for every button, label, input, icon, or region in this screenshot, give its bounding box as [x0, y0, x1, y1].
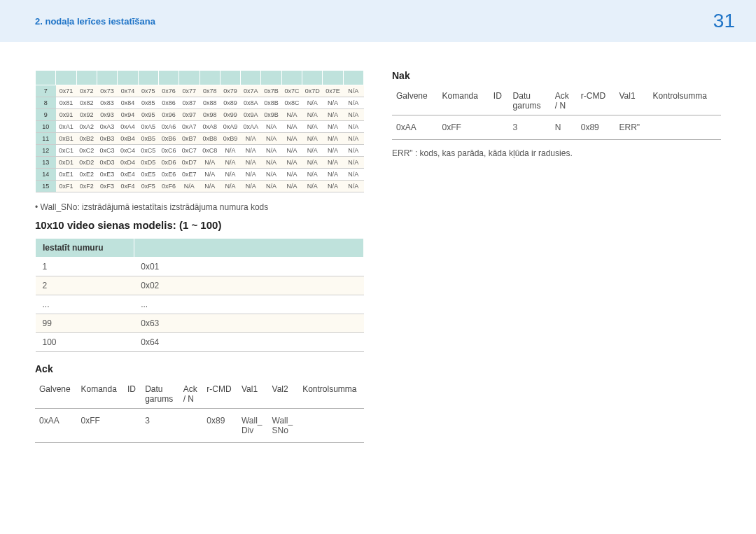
codes-cell: N/A [261, 169, 281, 181]
codes-col-header [97, 71, 117, 85]
set-code-cell: 0x64 [134, 333, 363, 352]
codes-row-index: 11 [36, 133, 56, 145]
codes-cell: N/A [343, 97, 363, 109]
hdr-cell [123, 409, 141, 443]
codes-cell: 0x8B [261, 97, 281, 109]
set-num-cell: 99 [36, 314, 134, 333]
codes-row-index: 15 [36, 181, 56, 192]
hdr-cell: 0x89 [202, 409, 237, 443]
codes-cell: 0x89 [220, 97, 240, 109]
codes-table: 70x710x720x730x740x750x760x770x780x790x7… [35, 70, 364, 192]
codes-cell: N/A [200, 157, 220, 169]
codes-cell: 0xD4 [118, 157, 138, 169]
hdr-cell: 0x89 [577, 115, 615, 140]
codes-cell: N/A [302, 145, 323, 157]
codes-cell: 0xA7 [179, 121, 200, 133]
hdr-col-header: Galvene [35, 380, 76, 409]
hdr-cell: 0xAA [35, 409, 76, 443]
codes-cell: 0x9B [261, 109, 281, 121]
codes-cell: 0xF3 [97, 181, 117, 192]
codes-cell: N/A [281, 121, 302, 133]
codes-cell: 0xE1 [56, 169, 76, 181]
codes-cell: N/A [281, 145, 302, 157]
hdr-col-header: Datugarums [509, 87, 551, 115]
codes-cell: 0xF6 [158, 181, 178, 192]
codes-cell: N/A [241, 145, 261, 157]
codes-cell: N/A [220, 145, 240, 157]
codes-cell: 0x81 [56, 97, 76, 109]
codes-row-index: 7 [36, 85, 56, 97]
hdr-cell: ERR" [615, 115, 648, 140]
set-num-cell: 2 [36, 276, 134, 295]
page-header: 2. nodaļa Ierīces iestatīšana 31 [0, 0, 756, 42]
codes-row-index: 12 [36, 145, 56, 157]
codes-cell: 0x7B [261, 85, 281, 97]
hdr-col-header: Galvene [392, 87, 438, 115]
set-code-cell: 0x01 [134, 258, 363, 276]
codes-cell: 0xB1 [56, 133, 76, 145]
codes-row-index: 10 [36, 121, 56, 133]
codes-col-header [200, 71, 220, 85]
codes-cell: 0x84 [118, 97, 138, 109]
codes-col-header [179, 71, 200, 85]
set-col2-header [134, 239, 363, 258]
codes-cell: 0x79 [220, 85, 240, 97]
codes-cell: N/A [343, 121, 363, 133]
hdr-cell [649, 115, 721, 140]
codes-cell: N/A [323, 169, 343, 181]
codes-cell: 0xE2 [76, 169, 97, 181]
codes-cell: N/A [281, 157, 302, 169]
set-code-cell: 0x63 [134, 314, 363, 333]
page-number: 31 [713, 10, 735, 32]
codes-row-index: 8 [36, 97, 56, 109]
codes-cell: 0xA2 [76, 121, 97, 133]
codes-col-header [281, 71, 302, 85]
codes-cell: 0xD5 [138, 157, 158, 169]
codes-cell: 0x97 [179, 109, 200, 121]
codes-cell: 0x83 [97, 97, 117, 109]
codes-row-index: 13 [36, 157, 56, 169]
codes-cell: N/A [343, 85, 363, 97]
codes-cell: 0x75 [138, 85, 158, 97]
codes-cell: N/A [302, 97, 323, 109]
codes-cell: 0x98 [200, 109, 220, 121]
page-content: 70x710x720x730x740x750x760x770x780x790x7… [0, 42, 756, 443]
hdr-cell [298, 409, 364, 443]
chapter-title: 2. nodaļa Ierīces iestatīšana [35, 16, 155, 27]
hdr-cell: 3 [509, 115, 551, 140]
codes-cell: 0xF2 [76, 181, 97, 192]
codes-cell: 0xB5 [138, 133, 158, 145]
codes-cell: N/A [200, 169, 220, 181]
set-number-table: Iestatīt numuru 10x0120x02......990x6310… [35, 238, 364, 352]
set-code-cell: 0x02 [134, 276, 363, 295]
codes-cell: 0x72 [76, 85, 97, 97]
codes-cell: N/A [281, 169, 302, 181]
codes-cell: N/A [281, 133, 302, 145]
codes-cell: 0xC7 [179, 145, 200, 157]
err-note: ERR" : kods, kas parāda, kāda kļūda ir r… [392, 148, 721, 158]
hdr-col-header: r-CMD [202, 380, 237, 409]
codes-cell: N/A [179, 181, 200, 192]
codes-row-index: 9 [36, 109, 56, 121]
codes-cell: 0x74 [118, 85, 138, 97]
set-num-cell: 100 [36, 333, 134, 352]
codes-cell: N/A [261, 121, 281, 133]
codes-cell: 0xD6 [158, 157, 178, 169]
codes-cell: 0xA3 [97, 121, 117, 133]
codes-row-index: 14 [36, 169, 56, 181]
hdr-col-header: ID [123, 380, 141, 409]
ack-table: GalveneKomandaIDDatugarumsAck/ Nr-CMDVal… [35, 380, 364, 443]
codes-cell: 0x76 [158, 85, 178, 97]
codes-cell: N/A [302, 157, 323, 169]
codes-cell: 0xA1 [56, 121, 76, 133]
codes-cell: N/A [261, 157, 281, 169]
hdr-col-header: Kontrolsumma [298, 380, 364, 409]
hdr-col-header: Komanda [438, 87, 489, 115]
codes-cell: N/A [323, 97, 343, 109]
codes-cell: N/A [302, 109, 323, 121]
codes-cell: N/A [241, 169, 261, 181]
codes-cell: 0xE6 [158, 169, 178, 181]
codes-cell: N/A [261, 145, 281, 157]
codes-cell: 0xF5 [138, 181, 158, 192]
hdr-cell [179, 409, 203, 443]
